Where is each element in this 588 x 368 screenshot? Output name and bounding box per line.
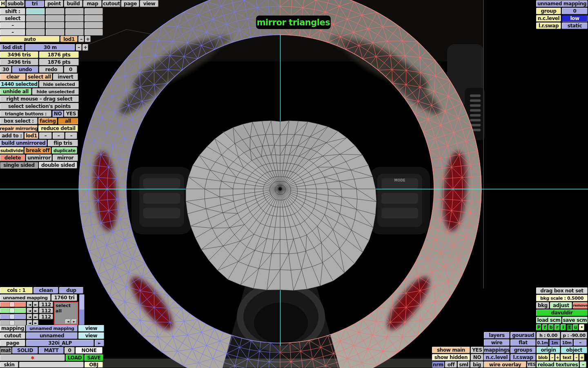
group-label[interactable]: group bbox=[536, 8, 561, 14]
mat-label[interactable]: mat bbox=[0, 347, 11, 354]
groups-button[interactable]: groups bbox=[510, 347, 536, 353]
lr-swap-button[interactable]: l.r.swap bbox=[510, 354, 536, 361]
repair-mirroring-button[interactable]: repair mirroring bbox=[0, 125, 38, 132]
shift-cell-point[interactable] bbox=[46, 8, 65, 15]
select-cell-2[interactable] bbox=[46, 15, 65, 22]
lod-dist-plus[interactable]: + bbox=[82, 44, 88, 51]
viewport-3d[interactable]: MODE bbox=[0, 0, 588, 368]
wire-overlay-toggle[interactable]: YES bbox=[527, 361, 536, 368]
preview-step-arrow[interactable]: ► bbox=[71, 319, 77, 324]
blob-minus[interactable]: – bbox=[550, 354, 555, 361]
shift-cell-tri[interactable] bbox=[26, 8, 45, 15]
show-hidden-toggle[interactable]: NO bbox=[471, 354, 483, 361]
mat-matt-button[interactable]: MATT bbox=[39, 347, 64, 354]
select-cell-3[interactable] bbox=[65, 15, 84, 22]
select-selections-points-button[interactable]: select selection's points bbox=[0, 103, 79, 110]
blob-button[interactable]: blob bbox=[537, 354, 549, 361]
view-right-button[interactable]: r bbox=[555, 324, 560, 330]
show-main-toggle[interactable]: YES bbox=[471, 347, 483, 353]
step-left-arrow[interactable]: ◄ bbox=[27, 302, 32, 307]
clean-button[interactable]: clean bbox=[33, 287, 58, 294]
object-button[interactable]: object bbox=[561, 347, 587, 353]
select-cell-1[interactable] bbox=[26, 15, 45, 22]
mappings-button[interactable]: mappings bbox=[484, 347, 510, 353]
normals-nrm-button[interactable]: nrm bbox=[432, 361, 444, 368]
triangle-buttons-no[interactable]: NO bbox=[52, 110, 63, 117]
bkg-adjust-button[interactable]: adjust bbox=[550, 302, 572, 309]
dash2-cell-2[interactable] bbox=[46, 29, 65, 36]
subdivide-button[interactable]: subdivide bbox=[0, 147, 24, 154]
step-right-arrow[interactable]: ► bbox=[33, 308, 38, 313]
nc-level-button[interactable]: n.c.level bbox=[484, 354, 510, 361]
lod1-button[interactable]: lod1 bbox=[60, 36, 78, 42]
lr-swap-label[interactable]: l.r.swap bbox=[536, 22, 561, 29]
step-left-arrow[interactable]: ◄ bbox=[27, 320, 32, 325]
duplicate-button[interactable]: duplicate bbox=[52, 147, 77, 154]
view-p-button[interactable]: P bbox=[536, 324, 541, 330]
channel-slider-2[interactable] bbox=[0, 314, 26, 319]
skin-value[interactable] bbox=[19, 362, 84, 368]
view-dot-button[interactable]: • bbox=[579, 324, 584, 330]
cols-button[interactable]: cols : 1 bbox=[0, 287, 33, 294]
save-button[interactable]: SAVE bbox=[85, 355, 103, 361]
flat-button[interactable]: flat bbox=[510, 339, 536, 346]
text-button[interactable]: text bbox=[561, 354, 573, 361]
bkg-remove-button[interactable]: remove bbox=[573, 302, 588, 309]
double-sided-button[interactable]: double sided bbox=[39, 162, 77, 168]
grid-10m-button[interactable]: 10m bbox=[561, 339, 573, 346]
add-to-slot-3[interactable]: – bbox=[65, 132, 77, 139]
obj-button[interactable]: OBJ bbox=[85, 362, 103, 368]
normals-sml-button[interactable]: sml bbox=[458, 361, 470, 368]
add-to-slot-2[interactable]: – bbox=[53, 132, 65, 139]
scrollbar-thumb[interactable] bbox=[80, 295, 84, 310]
step-right-arrow[interactable]: ► bbox=[33, 320, 38, 325]
slider-thumb[interactable] bbox=[10, 302, 14, 307]
skin-label[interactable]: skin bbox=[0, 362, 18, 368]
normals-big-button[interactable]: big bbox=[470, 361, 483, 368]
channel-slider-1[interactable] bbox=[0, 308, 26, 313]
view-top-button[interactable]: t bbox=[567, 324, 572, 330]
mapping-preview-box[interactable]: select all◄► bbox=[54, 302, 78, 325]
page-value[interactable]: 320i_ALP bbox=[26, 340, 94, 346]
gouraud-button[interactable]: gouraud bbox=[510, 332, 536, 339]
lod-dist-minus[interactable]: – bbox=[76, 44, 82, 51]
blob-plus[interactable]: + bbox=[555, 354, 560, 361]
step-right-arrow[interactable]: ► bbox=[33, 302, 38, 307]
dash1-cell-3[interactable] bbox=[65, 22, 84, 29]
lod-dist-value[interactable]: 30 m bbox=[25, 44, 75, 51]
nc-level-label[interactable]: n.c.level bbox=[536, 15, 561, 22]
tab-point[interactable]: point bbox=[45, 0, 63, 7]
preview-step-arrow[interactable]: ◄ bbox=[65, 319, 71, 324]
box-select-all[interactable]: all bbox=[58, 118, 78, 124]
view-under-button[interactable]: u bbox=[573, 324, 578, 330]
cutout-view-button[interactable]: view bbox=[78, 332, 104, 339]
bkg-folder-name[interactable]: davuldir bbox=[536, 310, 588, 316]
current-mapping-name[interactable]: unnamed mapping bbox=[0, 294, 51, 301]
dash2-cell-1[interactable] bbox=[26, 29, 45, 36]
add-to-lod1[interactable]: lod1 bbox=[24, 132, 38, 139]
reload-minus-button[interactable]: – bbox=[580, 361, 586, 368]
slider-thumb[interactable] bbox=[10, 308, 14, 313]
nc-level-value[interactable]: low bbox=[562, 15, 588, 22]
lod-plus[interactable]: + bbox=[85, 36, 91, 42]
tab-tri[interactable]: tri bbox=[25, 0, 44, 7]
shift-cell-map[interactable] bbox=[85, 8, 103, 15]
tab-subob[interactable]: subob bbox=[7, 0, 24, 7]
text-minus[interactable]: – bbox=[574, 354, 579, 361]
undo-button[interactable]: undo bbox=[12, 66, 38, 73]
dash-row-2-label[interactable]: – bbox=[0, 29, 25, 36]
invert-button[interactable]: invert bbox=[53, 74, 78, 80]
auto-button[interactable]: auto bbox=[0, 36, 60, 42]
show-hidden-label[interactable]: show hidden bbox=[432, 354, 470, 361]
single-sided-button[interactable]: single sided bbox=[0, 162, 38, 168]
load-button[interactable]: LOAD bbox=[66, 355, 84, 361]
reload-textures-button[interactable]: reload textures bbox=[537, 361, 579, 368]
mapping-name-header[interactable]: unnamed mapping bbox=[536, 0, 588, 7]
step-right-arrow[interactable]: ► bbox=[33, 314, 38, 319]
unmirror-button[interactable]: unmirror bbox=[26, 155, 52, 161]
lod-dist-label[interactable]: lod dist bbox=[0, 44, 24, 51]
tab-build[interactable]: build bbox=[64, 0, 82, 7]
dash1-cell-2[interactable] bbox=[46, 22, 65, 29]
select-cell-4[interactable] bbox=[85, 15, 103, 22]
step-left-arrow[interactable]: ◄ bbox=[27, 314, 32, 319]
